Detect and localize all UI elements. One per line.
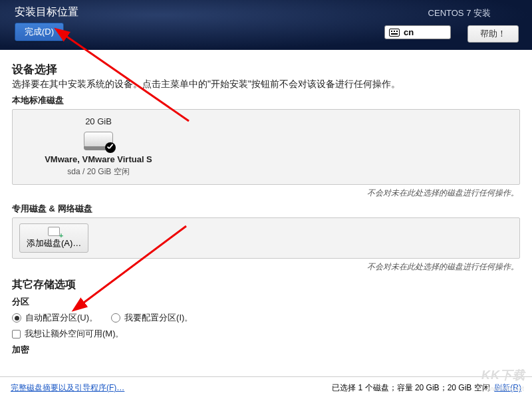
local-disks-note: 不会对未在此处选择的磁盘进行任何操作。 [12,188,519,199]
help-button[interactable]: 帮助！ [467,25,519,43]
local-disks-heading: 本地标准磁盘 [12,94,520,106]
storage-options-heading: 其它存储选项 [12,278,520,292]
special-disks-note: 不会对未在此处选择的磁盘进行任何操作。 [12,261,519,273]
partition-heading: 分区 [12,296,520,308]
manual-partition-label: 我要配置分区(I)。 [124,312,193,324]
main-content: 设备选择 选择要在其中安装系统的设备。点击主菜单中的"开始安装"按钮前不会对该设… [0,50,532,356]
disk-capacity: 20 GiB [22,116,175,126]
encrypt-heading: 加密 [12,344,520,356]
checkbox-icon [12,330,21,338]
device-selection-heading: 设备选择 [12,62,520,77]
auto-partition-label: 自动配置分区(U)。 [25,312,98,324]
special-disks-heading: 专用磁盘 & 网络磁盘 [12,203,520,215]
refresh-link[interactable]: 刷新(R) [494,383,521,392]
disk-details: sda / 20 GiB 空闲 [22,166,175,178]
footer-status-group: 已选择 1 个磁盘；容量 20 GiB；20 GiB 空闲 刷新(R) [332,382,521,394]
add-disk-button[interactable]: 添加磁盘(A)… [19,223,88,253]
radio-icon [12,313,21,323]
hard-disk-icon [84,130,113,150]
installer-subtitle: CENTOS 7 安装 [428,7,491,19]
extra-space-label: 我想让额外空间可用(M)。 [25,328,124,340]
page-title: 安装目标位置 [15,5,78,19]
selection-status: 已选择 1 个磁盘；容量 20 GiB；20 GiB 空闲 [332,383,489,392]
local-disks-panel: 20 GiB VMware, VMware Virtual S sda / 20… [12,109,520,185]
disk-item[interactable]: 20 GiB VMware, VMware Virtual S sda / 20… [22,116,175,178]
auto-partition-radio[interactable]: 自动配置分区(U)。 [12,312,98,324]
add-disk-label: 添加磁盘(A)… [27,237,81,249]
add-disk-icon [48,227,60,236]
keyboard-layout-label: cn [404,27,414,37]
installer-header: 安装目标位置 CENTOS 7 安装 完成(D) cn 帮助！ [0,0,532,50]
done-button[interactable]: 完成(D) [15,23,64,41]
extra-space-checkbox[interactable]: 我想让额外空间可用(M)。 [12,328,124,340]
disk-summary-link[interactable]: 完整磁盘摘要以及引导程序(F)… [11,382,124,394]
check-icon [105,142,116,153]
device-selection-desc: 选择要在其中安装系统的设备。点击主菜单中的"开始安装"按钮前不会对该设备进行任何… [12,78,520,90]
manual-partition-radio[interactable]: 我要配置分区(I)。 [111,312,193,324]
radio-icon [111,313,120,323]
storage-options: 其它存储选项 分区 自动配置分区(U)。 我要配置分区(I)。 我想让额外空间可… [12,278,520,356]
keyboard-icon [389,29,400,37]
special-disks-panel: 添加磁盘(A)… [12,217,520,259]
disk-name: VMware, VMware Virtual S [22,154,175,164]
footer-bar: 完整磁盘摘要以及引导程序(F)… 已选择 1 个磁盘；容量 20 GiB；20 … [0,376,532,399]
keyboard-layout-selector[interactable]: cn [384,25,451,39]
